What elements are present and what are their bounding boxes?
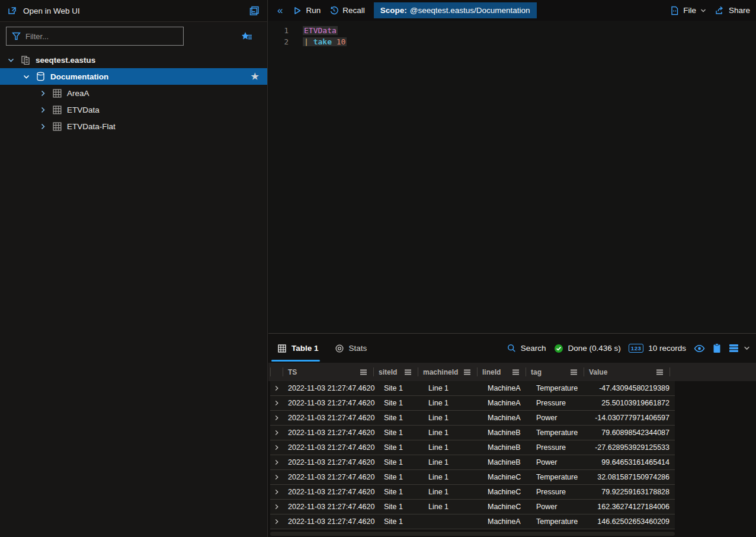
share-button[interactable]: Share [715,6,750,15]
column-header-machineid[interactable]: machineId [418,363,477,381]
filter-input[interactable] [25,32,178,41]
row-expand-icon[interactable] [270,489,283,495]
cell-value: 162.36274127184006 [589,503,675,511]
favorites-filter-icon[interactable] [241,31,253,41]
table-icon [53,106,62,114]
row-expand-icon[interactable] [270,474,283,480]
row-expand-icon[interactable] [270,415,283,421]
cell-lineid: MachineA [482,399,531,407]
table-row[interactable]: 2022-11-03 21:27:47.4620 Site 1 Line 1 M… [270,440,675,455]
sidebar-item-table[interactable]: ETVData [0,101,267,118]
column-header-value[interactable]: Value [584,363,669,381]
row-expand-icon[interactable] [270,430,283,436]
tab-table-1[interactable]: Table 1 [270,334,327,363]
cell-value: 25.50103919661872 [589,399,675,407]
column-menu-icon[interactable] [570,369,578,375]
cell-value: 146.62502653460209 [589,517,675,526]
editor-toolbar: « Run Recall Scope: @seeqtest.eastus/Doc… [268,0,756,21]
column-menu-icon[interactable] [360,369,367,375]
row-expand-icon[interactable] [270,504,283,510]
table-row[interactable]: 2022-11-03 21:27:47.4620 Site 1 Line 1 M… [270,455,675,470]
cell-lineid: MachineC [482,503,531,511]
code-token: | [304,37,313,46]
copy-clipboard-icon[interactable] [713,343,721,353]
column-label: lineId [482,368,501,376]
recall-button[interactable]: Recall [329,6,365,15]
row-expand-icon[interactable] [270,445,283,450]
row-expand-icon[interactable] [270,459,283,465]
cell-value: 99.64653161465414 [589,458,675,466]
table-row[interactable]: 2022-11-03 21:27:47.4620 Site 1 Line 1 M… [270,396,675,411]
sidebar-item-cluster[interactable]: seeqtest.eastus [0,52,267,68]
editor-line[interactable]: 1ETVData [268,25,756,36]
column-menu-icon[interactable] [512,369,520,375]
cell-lineid: MachineA [482,414,531,422]
cell-lineid: MachineA [482,384,531,392]
table-icon [53,89,62,98]
cell-tag: Power [531,414,589,422]
row-expand-icon[interactable] [270,385,283,391]
table-row[interactable]: 2022-11-03 21:27:47.4620 Site 1 Line 1 M… [270,500,675,514]
cell-machineid: Line 1 [423,384,482,392]
column-header-siteid[interactable]: siteId [373,363,418,381]
search-button[interactable]: Search [507,344,546,353]
chevron-right-icon[interactable] [38,90,47,97]
column-label: Value [589,368,607,376]
cell-ts: 2022-11-03 21:27:47.4620 [283,473,379,481]
column-header-lineid[interactable]: lineId [477,363,526,381]
column-menu-icon[interactable] [404,369,412,375]
column-menu-icon[interactable] [656,369,664,375]
layout-mode-button[interactable] [729,344,750,353]
toggle-sidebar-panel-icon[interactable] [249,5,260,16]
preview-eye-icon[interactable] [694,344,705,353]
cell-siteid: Site 1 [379,517,423,526]
cell-tag: Temperature [531,517,589,526]
table-row[interactable]: 2022-11-03 21:27:47.4620 Site 1 MachineA… [270,514,675,529]
chevron-right-icon[interactable] [38,107,47,113]
sidebar-item-table[interactable]: AreaA [0,85,267,101]
table-row[interactable]: 2022-11-03 21:27:47.4620 Site 1 Line 1 M… [270,381,675,396]
horizontal-scrollbar[interactable] [270,532,675,536]
scope-label: Scope: [380,6,407,15]
cell-lineid: MachineB [482,443,531,452]
cell-value: 79.92259163178828 [589,488,675,496]
cell-ts: 2022-11-03 21:27:47.4620 [283,517,379,526]
favorite-star-icon[interactable]: ★ [251,71,259,82]
column-menu-icon[interactable] [463,369,471,375]
editor-line[interactable]: 2| take 10 [268,36,756,47]
sidebar-item-table[interactable]: ETVData-Flat [0,118,267,135]
cell-tag: Pressure [531,488,589,496]
chevron-down-icon[interactable] [21,73,31,80]
sidebar-item-database[interactable]: Documentation ★ [0,68,267,85]
collapse-sidebar-button[interactable]: « [276,5,284,15]
chevron-down-icon[interactable] [6,57,15,63]
column-header-tag[interactable]: tag [526,363,584,381]
chevron-right-icon[interactable] [38,123,47,130]
table-row[interactable]: 2022-11-03 21:27:47.4620 Site 1 Line 1 M… [270,485,675,500]
cell-ts: 2022-11-03 21:27:47.4620 [283,414,379,422]
cell-tag: Pressure [531,443,589,452]
cell-siteid: Site 1 [379,399,423,407]
table-name: ETVData-Flat [67,122,116,131]
cell-value: 32.081587150974286 [589,473,675,481]
column-label: tag [531,368,542,376]
query-editor[interactable]: 1ETVData2| take 10 [268,21,756,333]
table-row[interactable]: 2022-11-03 21:27:47.4620 Site 1 Line 1 M… [270,470,675,485]
external-link-icon [8,6,17,15]
run-button[interactable]: Run [293,6,321,15]
cell-lineid: MachineA [482,517,531,526]
row-expand-icon[interactable] [270,400,283,406]
play-icon [293,7,302,15]
tab-stats[interactable]: Stats [327,334,376,363]
cell-ts: 2022-11-03 21:27:47.4620 [283,488,379,496]
open-in-web-ui-link[interactable]: Open in Web UI [8,6,80,15]
database-name: Documentation [50,72,108,81]
filter-input-box[interactable] [6,27,184,46]
cell-machineid: Line 1 [423,458,482,466]
table-row[interactable]: 2022-11-03 21:27:47.4620 Site 1 Line 1 M… [270,411,675,426]
scope-selector[interactable]: Scope: @seeqtest.eastus/Documentation [374,2,537,18]
table-row[interactable]: 2022-11-03 21:27:47.4620 Site 1 Line 1 M… [270,426,675,440]
file-menu-button[interactable]: File [670,6,706,15]
column-header-ts[interactable]: TS [283,363,373,381]
row-expand-icon[interactable] [270,519,283,525]
